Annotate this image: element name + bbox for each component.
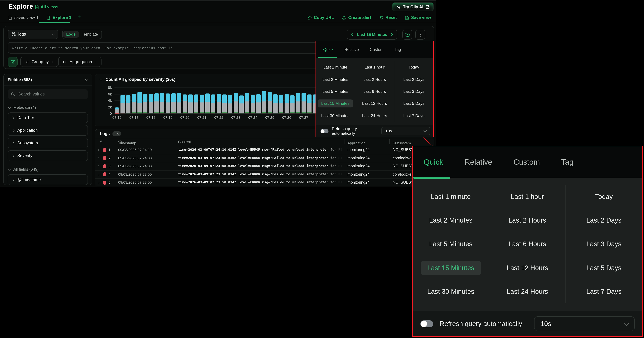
chart-bar[interactable] [250, 95, 255, 113]
expand-row-icon[interactable]: › [98, 172, 99, 176]
expand-row-icon[interactable]: › [98, 164, 99, 168]
chart-bar[interactable] [115, 107, 119, 113]
field-item[interactable]: Subsystem [8, 138, 88, 148]
time-picker-tab-quick[interactable]: Quick [323, 47, 333, 52]
time-option[interactable]: Last 7 Days [400, 112, 428, 120]
field-item[interactable]: Severity [8, 150, 88, 161]
time-option[interactable]: Last 30 Minutes [318, 112, 352, 120]
table-row[interactable]: ›109/03/2026 07:24:10time=2026-03-09T07:… [95, 146, 434, 154]
chart-bar[interactable] [245, 93, 249, 113]
time-option[interactable]: Last 3 Days [580, 237, 628, 251]
field-item[interactable]: @timestamp [8, 174, 88, 185]
time-option[interactable]: Last 5 Days [400, 100, 428, 108]
chart-bar[interactable] [194, 95, 198, 113]
chart-bar[interactable] [205, 93, 210, 113]
chart-bar[interactable] [166, 93, 170, 113]
chart-bar[interactable] [183, 94, 187, 113]
time-option[interactable]: Last 12 Hours [359, 100, 390, 108]
field-item[interactable]: Application [8, 125, 88, 136]
save-view-button[interactable]: Save view [405, 15, 431, 20]
time-picker-tab-relative[interactable]: Relative [344, 47, 359, 52]
chart-bar[interactable] [228, 95, 232, 113]
table-row[interactable]: ›409/03/2026 07:23:50time=2026-03-09T07:… [95, 170, 434, 179]
chart-bar[interactable] [200, 95, 204, 113]
chart-bar[interactable] [279, 95, 283, 113]
chart-bar[interactable] [132, 94, 136, 113]
time-option[interactable]: Last 2 Days [400, 75, 428, 83]
chart-bar[interactable] [256, 94, 260, 113]
field-section-toggle[interactable]: All fields (649) [8, 167, 87, 172]
time-option[interactable]: Last 5 Minutes [319, 87, 352, 95]
table-row[interactable]: ›309/03/2026 07:24:08time=2026-03-09T07:… [95, 162, 434, 170]
field-item[interactable]: Data Tier [8, 112, 88, 123]
column-timestamp[interactable]: Timestamp [118, 140, 122, 143]
chart-bar[interactable] [138, 92, 142, 113]
time-option[interactable]: Last 2 Days [580, 213, 628, 228]
chart-bar[interactable] [177, 93, 182, 113]
chart-bar[interactable] [154, 93, 159, 113]
chart-bar[interactable] [120, 95, 125, 113]
refresh-toggle[interactable] [320, 129, 328, 133]
mode-logs[interactable]: Logs [63, 31, 79, 37]
time-option[interactable]: Last 7 Days [580, 285, 628, 299]
new-tab-button[interactable]: + [78, 14, 81, 20]
time-option[interactable]: Last 2 Hours [502, 213, 553, 228]
chart-bar[interactable] [188, 94, 193, 113]
time-picker-tab-tag[interactable]: Tag [561, 158, 574, 167]
chart-bar[interactable] [172, 93, 176, 113]
refresh-interval-dropdown[interactable]: 10s [534, 316, 635, 331]
chart-bar[interactable] [284, 94, 289, 113]
time-option[interactable]: Last 30 Minutes [421, 285, 481, 299]
chart-bar[interactable] [126, 95, 130, 113]
chart-bar[interactable] [222, 94, 227, 113]
time-option[interactable]: Last 3 Days [400, 87, 428, 95]
chart-bar[interactable] [239, 96, 244, 113]
time-option[interactable]: Last 1 minute [424, 190, 478, 204]
time-option[interactable]: Last 24 Hours [500, 285, 555, 299]
chart-bar[interactable] [143, 94, 148, 113]
time-picker-tab-custom[interactable]: Custom [514, 158, 540, 167]
group-by-button[interactable]: Group by + [20, 57, 58, 67]
time-option[interactable]: Last 2 Hours [360, 75, 389, 83]
time-option[interactable]: Last 24 Hours [359, 112, 390, 120]
time-option[interactable]: Last 2 Minutes [319, 75, 352, 83]
chart-bar[interactable] [268, 92, 272, 113]
chart-bar[interactable] [149, 94, 153, 113]
time-option[interactable]: Last 1 hour [361, 63, 388, 71]
chart-bar[interactable] [307, 95, 312, 113]
chevron-right-icon[interactable] [390, 33, 393, 36]
time-option[interactable]: Last 15 Minutes [318, 100, 352, 108]
time-option[interactable]: Today [588, 190, 620, 204]
fields-search[interactable] [8, 89, 88, 99]
time-option[interactable]: Last 1 hour [504, 190, 551, 204]
time-option[interactable]: Last 15 Minutes [421, 261, 481, 275]
close-icon[interactable]: × [85, 77, 88, 82]
tab-explore-1[interactable]: Explore 1 [46, 13, 72, 23]
create-alert-button[interactable]: Create alert [342, 15, 371, 20]
time-picker-tab-tag[interactable]: Tag [394, 47, 401, 52]
chart-bar[interactable] [234, 93, 238, 113]
time-option[interactable]: Today [405, 63, 422, 71]
mode-template[interactable]: Template [79, 31, 101, 37]
tab-saved-view-1[interactable]: saved view-1 [8, 13, 38, 23]
column-content[interactable]: Content [178, 140, 191, 144]
time-option[interactable]: Last 6 Hours [360, 87, 389, 95]
filter-button[interactable] [8, 57, 18, 67]
time-picker-tab-custom[interactable]: Custom [370, 47, 384, 52]
chart-bar[interactable] [290, 95, 294, 113]
chart-bar[interactable] [273, 94, 278, 113]
time-range-button[interactable]: Last 15 Minutes [347, 30, 398, 39]
chart-bar[interactable] [302, 93, 306, 113]
field-section-toggle[interactable]: Metadata (4) [8, 105, 87, 110]
column-index[interactable]: # [100, 140, 102, 144]
chart-bar[interactable] [296, 93, 300, 113]
refresh-toggle[interactable] [420, 320, 433, 327]
table-row[interactable]: ›509/03/2026 07:23:50time=2026-03-09T07:… [95, 179, 434, 186]
time-option[interactable]: Last 2 Minutes [422, 213, 479, 228]
chart-bar[interactable] [262, 91, 266, 114]
aggregation-button[interactable]: Aggregation + [58, 57, 101, 67]
chart-bar[interactable] [160, 93, 164, 113]
time-option[interactable]: Last 1 minute [320, 63, 350, 71]
expand-row-icon[interactable]: › [98, 180, 99, 184]
chart-bar[interactable] [211, 94, 215, 113]
